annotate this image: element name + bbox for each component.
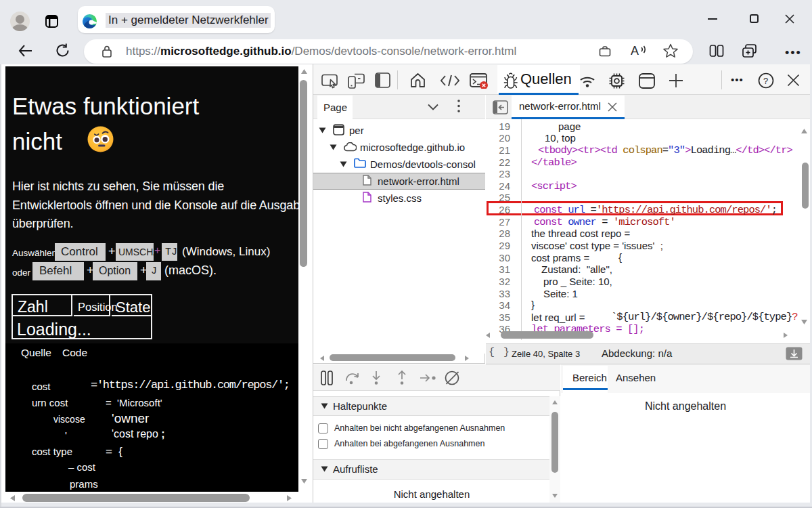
svg-text:A: A <box>631 44 639 58</box>
svg-text:?: ? <box>763 76 768 86</box>
